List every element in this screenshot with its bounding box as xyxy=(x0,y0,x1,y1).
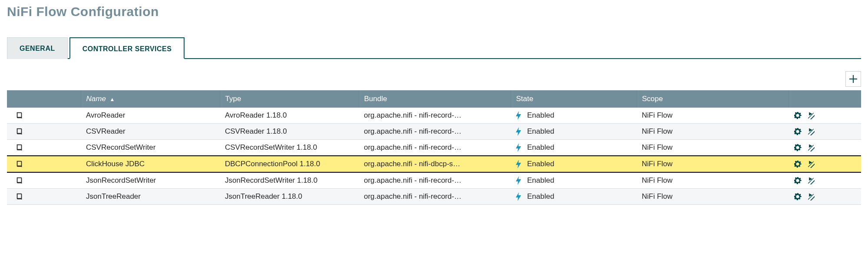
row-name: CSVReader xyxy=(81,124,220,140)
col-header-scope[interactable]: Scope xyxy=(637,90,789,108)
book-icon[interactable] xyxy=(16,112,23,119)
controller-services-table: Name ▲ Type Bundle State Scope AvroReade… xyxy=(7,90,861,205)
row-state-label: Enabled xyxy=(527,192,554,201)
disable-button[interactable] xyxy=(807,144,815,151)
row-doc-icon-cell xyxy=(7,189,81,205)
bolt-icon xyxy=(516,143,521,152)
row-bundle: org.apache.nifi - nifi-record-… xyxy=(359,124,511,140)
disable-icon xyxy=(807,128,815,135)
gear-icon xyxy=(794,193,802,200)
book-icon[interactable] xyxy=(16,144,23,151)
col-header-name[interactable]: Name ▲ xyxy=(81,90,220,108)
configure-button[interactable] xyxy=(794,160,802,168)
disable-icon xyxy=(807,160,815,168)
bolt-icon xyxy=(516,111,521,120)
row-doc-icon-cell xyxy=(7,108,81,124)
row-state-cell: Enabled xyxy=(511,156,637,172)
row-type: DBCPConnectionPool 1.18.0 xyxy=(220,156,359,172)
configure-button[interactable] xyxy=(794,177,802,184)
page-title: NiFi Flow Configuration xyxy=(7,4,861,19)
col-header-bundle[interactable]: Bundle xyxy=(359,90,511,108)
row-scope: NiFi Flow xyxy=(637,108,789,124)
disable-icon xyxy=(807,177,815,184)
row-state-cell: Enabled xyxy=(511,189,637,205)
row-state-cell: Enabled xyxy=(511,124,637,140)
row-type: CSVRecordSetWriter 1.18.0 xyxy=(220,140,359,156)
row-state-label: Enabled xyxy=(527,143,554,152)
col-header-state[interactable]: State xyxy=(511,90,637,108)
table-row[interactable]: JsonTreeReader JsonTreeReader 1.18.0 org… xyxy=(7,189,861,205)
col-header-actions xyxy=(789,90,861,108)
table-header-row: Name ▲ Type Bundle State Scope xyxy=(7,90,861,108)
bolt-icon xyxy=(516,192,521,201)
col-header-icon[interactable] xyxy=(7,90,81,108)
row-scope: NiFi Flow xyxy=(637,189,789,205)
row-state-cell: Enabled xyxy=(511,140,637,156)
bolt-icon xyxy=(516,127,521,136)
disable-button[interactable] xyxy=(807,193,815,200)
bolt-icon xyxy=(516,176,521,185)
row-actions xyxy=(789,140,861,156)
row-bundle: org.apache.nifi - nifi-record-… xyxy=(359,189,511,205)
row-bundle: org.apache.nifi - nifi-record-… xyxy=(359,108,511,124)
row-state-cell: Enabled xyxy=(511,108,637,124)
row-doc-icon-cell xyxy=(7,156,81,172)
bolt-icon xyxy=(516,160,521,168)
book-icon[interactable] xyxy=(16,177,23,184)
configure-button[interactable] xyxy=(794,144,802,151)
disable-button[interactable] xyxy=(807,112,815,119)
configure-button[interactable] xyxy=(794,128,802,135)
disable-button[interactable] xyxy=(807,160,815,168)
table-row[interactable]: JsonRecordSetWriter JsonRecordSetWriter … xyxy=(7,172,861,189)
row-type: JsonTreeReader 1.18.0 xyxy=(220,189,359,205)
row-scope: NiFi Flow xyxy=(637,156,789,172)
row-scope: NiFi Flow xyxy=(637,172,789,189)
row-state-label: Enabled xyxy=(527,127,554,136)
col-header-type[interactable]: Type xyxy=(220,90,359,108)
row-state-label: Enabled xyxy=(527,160,554,168)
tabs: GENERAL CONTROLLER SERVICES xyxy=(7,36,861,59)
row-name: JsonRecordSetWriter xyxy=(81,172,220,189)
row-type: AvroReader 1.18.0 xyxy=(220,108,359,124)
row-name: AvroReader xyxy=(81,108,220,124)
disable-button[interactable] xyxy=(807,177,815,184)
gear-icon xyxy=(794,144,802,151)
tab-controller-services[interactable]: CONTROLLER SERVICES xyxy=(69,37,185,59)
book-icon[interactable] xyxy=(16,160,23,168)
configure-button[interactable] xyxy=(794,193,802,200)
disable-icon xyxy=(807,112,815,119)
book-icon[interactable] xyxy=(16,128,23,135)
col-header-name-label: Name xyxy=(86,95,106,103)
row-doc-icon-cell xyxy=(7,124,81,140)
table-row[interactable]: AvroReader AvroReader 1.18.0 org.apache.… xyxy=(7,108,861,124)
book-icon[interactable] xyxy=(16,193,23,200)
sort-asc-icon: ▲ xyxy=(110,96,115,102)
add-controller-service-button[interactable] xyxy=(845,71,861,87)
row-scope: NiFi Flow xyxy=(637,124,789,140)
gear-icon xyxy=(794,177,802,184)
row-doc-icon-cell xyxy=(7,172,81,189)
disable-button[interactable] xyxy=(807,128,815,135)
row-bundle: org.apache.nifi - nifi-record-… xyxy=(359,172,511,189)
table-row[interactable]: CSVReader CSVReader 1.18.0 org.apache.ni… xyxy=(7,124,861,140)
tab-general[interactable]: GENERAL xyxy=(7,37,68,59)
row-actions xyxy=(789,189,861,205)
row-actions xyxy=(789,124,861,140)
row-actions xyxy=(789,108,861,124)
gear-icon xyxy=(794,112,802,119)
plus-icon xyxy=(849,75,857,83)
configure-button[interactable] xyxy=(794,112,802,119)
row-bundle: org.apache.nifi - nifi-dbcp-s… xyxy=(359,156,511,172)
row-name: ClickHouse JDBC xyxy=(81,156,220,172)
table-row[interactable]: ClickHouse JDBC DBCPConnectionPool 1.18.… xyxy=(7,156,861,172)
row-name: CSVRecordSetWriter xyxy=(81,140,220,156)
row-type: JsonRecordSetWriter 1.18.0 xyxy=(220,172,359,189)
row-bundle: org.apache.nifi - nifi-record-… xyxy=(359,140,511,156)
disable-icon xyxy=(807,144,815,151)
table-row[interactable]: CSVRecordSetWriter CSVRecordSetWriter 1.… xyxy=(7,140,861,156)
gear-icon xyxy=(794,160,802,168)
row-state-label: Enabled xyxy=(527,176,554,185)
row-name: JsonTreeReader xyxy=(81,189,220,205)
gear-icon xyxy=(794,128,802,135)
row-state-cell: Enabled xyxy=(511,172,637,189)
